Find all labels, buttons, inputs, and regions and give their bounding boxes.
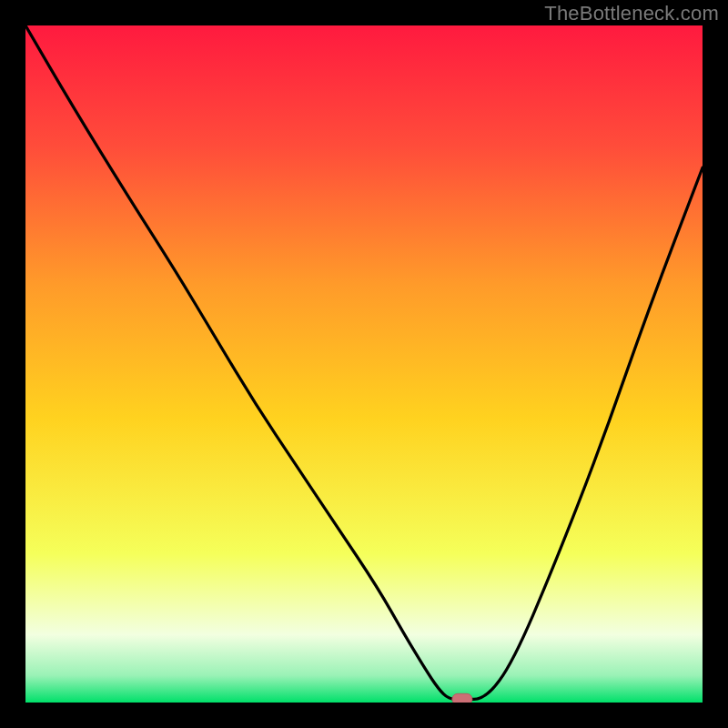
chart-frame: TheBottleneck.com [0, 0, 728, 728]
gradient-background [25, 25, 703, 703]
bottleneck-plot [25, 25, 703, 703]
watermark-text: TheBottleneck.com [544, 2, 719, 25]
plot-area [25, 25, 703, 703]
optimal-marker [452, 693, 472, 703]
